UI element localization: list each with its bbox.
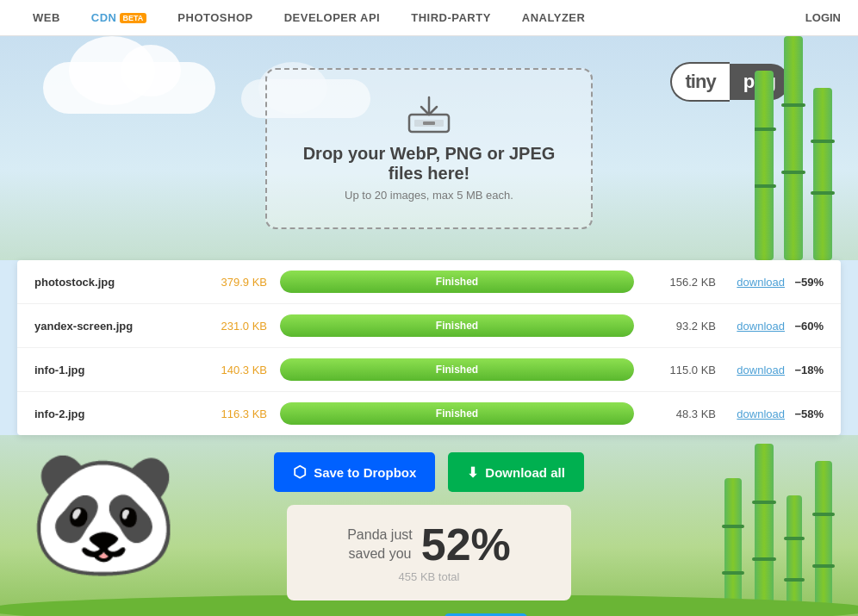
dropzone-title: Drop your WebP, PNG or JPEG files here! — [302, 144, 556, 184]
progress-bar-fill: Finished — [280, 358, 634, 381]
nav-developer-api[interactable]: DEVELOPER API — [269, 0, 395, 36]
progress-bar-fill: Finished — [280, 271, 634, 293]
beta-badge: BETA — [120, 13, 147, 23]
logo-tiny: tiny — [670, 62, 730, 102]
file-original-size: 379.9 KB — [190, 276, 267, 289]
file-download-link[interactable]: download — [716, 320, 785, 333]
file-savings-pct: −60% — [785, 320, 824, 333]
bamboo-stalk-3 — [813, 88, 832, 260]
nav-cdn[interactable]: CDN BETA — [76, 0, 163, 36]
dropzone-subtitle: Up to 20 images, max 5 MB each. — [302, 189, 556, 202]
file-savings-pct: −59% — [785, 276, 824, 289]
file-download-link[interactable]: download — [716, 276, 785, 289]
file-savings-pct: −18% — [785, 364, 824, 376]
file-name: yandex-screen.jpg — [34, 320, 190, 333]
bamboo-right-decoration — [755, 36, 858, 260]
savings-total: 455 KB total — [313, 570, 545, 583]
progress-bar-container: Finished — [280, 402, 634, 425]
progress-bar-fill: Finished — [280, 402, 634, 425]
hero-area: tiny png Drop your WebP, PNG or JPEG fil… — [0, 36, 858, 260]
file-name: info-2.jpg — [34, 408, 190, 420]
file-new-size: 115.0 KB — [647, 364, 716, 376]
file-original-size: 231.0 KB — [190, 320, 267, 333]
progress-bar-container: Finished — [280, 358, 634, 381]
action-buttons: ⬡ Save to Dropbox ⬇ Download all — [0, 435, 858, 505]
file-new-size: 156.2 KB — [647, 276, 716, 289]
nav-photoshop[interactable]: PHOTOSHOP — [162, 0, 268, 36]
file-new-size: 93.2 KB — [647, 320, 716, 333]
bamboo-stalk-6 — [786, 495, 802, 616]
dropbox-icon: ⬡ — [293, 463, 307, 482]
bamboo-stalk-1 — [755, 71, 774, 260]
progress-bar-container: Finished — [280, 271, 634, 293]
table-row: photostock.jpg 379.9 KB Finished 156.2 K… — [17, 260, 841, 304]
progress-bar-container: Finished — [280, 314, 634, 337]
svg-rect-2 — [423, 121, 435, 125]
dropzone[interactable]: Drop your WebP, PNG or JPEG files here! … — [265, 68, 593, 229]
file-original-size: 116.3 KB — [190, 408, 267, 420]
savings-description: Panda just saved you — [347, 526, 413, 564]
nav-web[interactable]: WEB — [17, 0, 76, 36]
download-icon: ⬇ — [467, 464, 478, 481]
savings-percentage: 52% — [421, 522, 511, 567]
download-all-label: Download all — [485, 465, 565, 480]
navigation: WEB CDN BETA PHOTOSHOP DEVELOPER API THI… — [0, 0, 858, 36]
download-all-button[interactable]: ⬇ Download all — [448, 452, 584, 492]
bamboo-stalk-2 — [784, 36, 803, 260]
file-new-size: 48.3 KB — [647, 408, 716, 420]
file-savings-pct: −58% — [785, 408, 824, 420]
login-button[interactable]: LOGIN — [805, 11, 841, 24]
upload-icon — [407, 96, 451, 134]
file-name: photostock.jpg — [34, 276, 190, 289]
table-row: info-2.jpg 116.3 KB Finished 48.3 KB dow… — [17, 392, 841, 435]
lower-section: 🐼 ⬡ Save to Dropbox ⬇ Download all Panda… — [0, 435, 858, 616]
save-dropbox-label: Save to Dropbox — [314, 465, 416, 480]
nav-analyzer[interactable]: ANALYZER — [507, 0, 601, 36]
save-to-dropbox-button[interactable]: ⬡ Save to Dropbox — [274, 452, 435, 492]
file-original-size: 140.3 KB — [190, 364, 267, 376]
nav-third-party[interactable]: THIRD-PARTY — [395, 0, 507, 36]
table-row: yandex-screen.jpg 231.0 KB Finished 93.2… — [17, 304, 841, 348]
file-name: info-1.jpg — [34, 364, 190, 376]
file-download-link[interactable]: download — [716, 364, 785, 376]
savings-box: Panda just saved you 52% 455 KB total — [287, 505, 571, 600]
file-table: photostock.jpg 379.9 KB Finished 156.2 K… — [17, 260, 841, 435]
file-download-link[interactable]: download — [716, 408, 785, 420]
table-row: info-1.jpg 140.3 KB Finished 115.0 KB do… — [17, 348, 841, 392]
cloud-decoration — [43, 62, 215, 114]
progress-bar-fill: Finished — [280, 314, 634, 337]
